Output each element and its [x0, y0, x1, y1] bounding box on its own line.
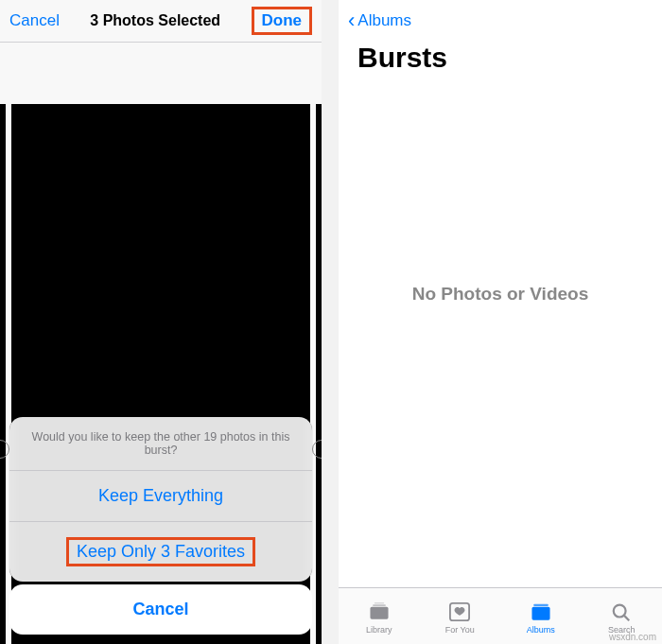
toolbar-spacer: [0, 43, 322, 104]
tab-foryou-label: For You: [445, 625, 475, 635]
prev-photo-sliver[interactable]: [0, 104, 6, 644]
action-sheet: Would you like to keep the other 19 phot…: [9, 417, 312, 582]
svg-point-6: [614, 605, 626, 618]
keep-favorites-row[interactable]: Keep Only 3 Favorites: [9, 522, 312, 582]
svg-rect-2: [375, 602, 384, 603]
svg-line-7: [624, 616, 629, 620]
tab-albums[interactable]: Albums: [500, 601, 582, 635]
selection-title: 3 Photos Selected: [90, 12, 220, 29]
keep-favorites-highlight: Keep Only 3 Favorites: [66, 537, 255, 566]
foryou-icon: [447, 601, 472, 622]
sheet-cancel-button[interactable]: Cancel: [9, 584, 312, 635]
tab-search[interactable]: Search: [582, 601, 663, 635]
svg-rect-0: [370, 607, 388, 619]
tab-library[interactable]: Library: [339, 601, 420, 635]
watermark: wsxdn.com: [609, 632, 656, 642]
empty-state-message: No Photos or Videos: [339, 0, 662, 587]
search-icon: [609, 601, 634, 622]
albums-icon: [529, 601, 553, 622]
next-photo-sliver[interactable]: [316, 104, 322, 644]
selection-top-bar: Cancel 3 Photos Selected Done: [0, 0, 322, 43]
svg-rect-4: [531, 607, 549, 620]
keep-everything-button[interactable]: Keep Everything: [9, 471, 312, 522]
tab-foryou[interactable]: For You: [420, 601, 501, 635]
library-icon: [367, 601, 392, 622]
done-highlight: Done: [252, 7, 313, 35]
svg-rect-5: [533, 604, 549, 606]
left-screenshot: Cancel 3 Photos Selected Done Would you …: [0, 0, 322, 644]
keep-favorites-button[interactable]: Keep Only 3 Favorites: [77, 542, 245, 561]
sheet-prompt: Would you like to keep the other 19 phot…: [9, 417, 312, 471]
svg-rect-1: [373, 604, 386, 606]
right-screenshot: ‹ Albums Bursts No Photos or Videos Libr…: [339, 0, 662, 644]
tab-library-label: Library: [366, 625, 392, 635]
done-button[interactable]: Done: [262, 11, 303, 29]
cancel-button[interactable]: Cancel: [9, 11, 60, 30]
tab-albums-label: Albums: [527, 625, 555, 635]
